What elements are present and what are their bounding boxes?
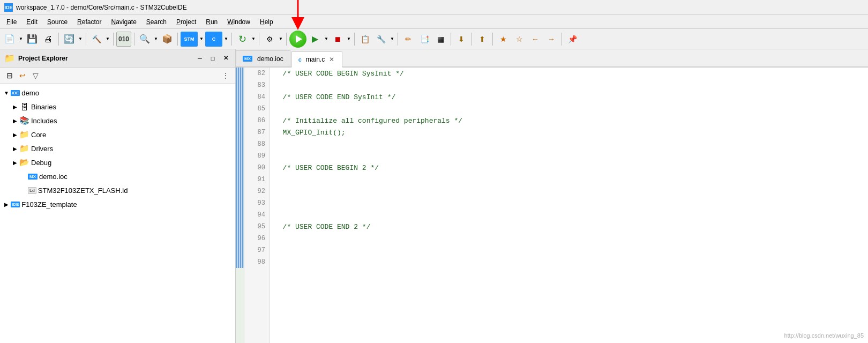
expand-arrow-binaries: ▶ xyxy=(11,102,19,111)
stm-dropdown[interactable]: ▼ xyxy=(199,32,204,47)
drivers-icon: 📁 xyxy=(19,144,29,153)
prev-edit-button[interactable]: ★ xyxy=(496,32,511,47)
separator-2 xyxy=(86,33,86,46)
cube-button[interactable]: C xyxy=(205,32,222,47)
collapse-button[interactable]: ⬇ xyxy=(454,32,469,47)
edit-button[interactable]: ✏ xyxy=(401,32,416,47)
run-ext-dropdown[interactable]: ▼ xyxy=(324,32,329,47)
tree-label-demo: demo xyxy=(21,89,39,97)
tree-label-binaries: Binaries xyxy=(31,103,56,111)
tree-item-f103ze[interactable]: ▶ IDE F103ZE_template xyxy=(0,197,235,211)
tree-item-debug[interactable]: ▶ 📂 Debug xyxy=(0,155,235,169)
next-edit-button[interactable]: ☆ xyxy=(512,32,527,47)
window-title: workspace_1.7.0 - demo/Core/Src/main.c -… xyxy=(16,4,187,11)
save-button[interactable]: 💾 xyxy=(25,32,40,47)
line-num-94: 94 xyxy=(244,209,270,221)
code-content[interactable]: /* USER CODE BEGIN SysInit */ /* USER CO… xyxy=(270,68,868,343)
separator-8 xyxy=(286,33,287,46)
open-perspective-button[interactable]: 📋 xyxy=(357,32,372,47)
separator-10 xyxy=(398,33,398,46)
project-toolbar: ⊟ ↩ ▽ ⋮ xyxy=(0,68,235,84)
code-line-83 xyxy=(274,79,868,91)
separator-11 xyxy=(451,33,451,46)
expand-button[interactable]: ⬆ xyxy=(475,32,490,47)
collapse-all-button[interactable]: ⊟ xyxy=(4,70,15,81)
menu-refactor[interactable]: Refactor xyxy=(73,17,106,27)
maximize-panel-button[interactable]: □ xyxy=(207,53,218,64)
tab-bar: MX demo.ioc c main.c ✕ xyxy=(236,49,868,68)
refresh2-button[interactable]: ↻ xyxy=(235,32,250,47)
debug-config-button[interactable]: ⚙ xyxy=(262,32,277,47)
menu-window[interactable]: Window xyxy=(223,17,255,27)
tab-close-button[interactable]: ✕ xyxy=(328,56,335,63)
menu-navigate[interactable]: Navigate xyxy=(107,17,140,27)
forward-button[interactable]: → xyxy=(544,32,559,47)
stop-dropdown[interactable]: ▼ xyxy=(346,32,351,47)
copy-button[interactable]: 📑 xyxy=(417,32,432,47)
debug-config-dropdown[interactable]: ▼ xyxy=(278,32,283,47)
new-button[interactable]: 📄 xyxy=(2,32,17,47)
build-dropdown[interactable]: ▼ xyxy=(105,32,110,47)
stop-button[interactable]: ⏹ xyxy=(330,32,345,47)
line-num-96: 96 xyxy=(244,233,270,244)
bp-cell-95 xyxy=(236,221,244,233)
view-menu-button[interactable]: ⋮ xyxy=(220,70,231,81)
link-editor-button[interactable]: ↩ xyxy=(17,70,28,81)
line-num-91: 91 xyxy=(244,174,270,185)
new-dropdown[interactable]: ▼ xyxy=(18,32,24,47)
filter-button[interactable]: ▽ xyxy=(30,70,41,81)
menu-run[interactable]: Run xyxy=(201,17,222,27)
menu-help[interactable]: Help xyxy=(256,17,278,27)
tree-item-flash-ld[interactable]: ▶ Ld STM32F103ZETX_FLASH.ld xyxy=(0,183,235,197)
tree-item-demo-ioc[interactable]: ▶ MX demo.ioc xyxy=(0,169,235,183)
menu-source[interactable]: Source xyxy=(43,17,72,27)
tree-item-drivers[interactable]: ▶ 📁 Drivers xyxy=(0,141,235,155)
code-line-88 xyxy=(274,138,868,150)
tab-demo-ioc[interactable]: MX demo.ioc xyxy=(236,50,290,66)
binary-button[interactable]: 010 xyxy=(116,32,131,47)
line-num-97: 97 xyxy=(244,244,270,256)
refresh2-dropdown[interactable]: ▼ xyxy=(251,32,256,47)
separator-4 xyxy=(134,33,134,46)
package-button[interactable]: 📦 xyxy=(160,32,175,47)
tree-item-core[interactable]: ▶ 📁 Core xyxy=(0,128,235,141)
back-button[interactable]: ← xyxy=(528,32,543,47)
menu-search[interactable]: Search xyxy=(142,17,171,27)
pin-button[interactable]: 📌 xyxy=(565,32,580,47)
line-num-86: 86 xyxy=(244,115,270,126)
refresh-button[interactable]: 🔄 xyxy=(62,32,77,47)
stm32-button[interactable]: STM xyxy=(181,32,198,47)
tab-demo-ioc-label: demo.ioc xyxy=(257,55,283,63)
close-panel-button[interactable]: ✕ xyxy=(220,53,231,64)
tree-item-demo[interactable]: ▼ IDE demo xyxy=(0,86,235,100)
bp-cell-91 xyxy=(236,174,244,185)
perspective-button[interactable]: 🔧 xyxy=(373,32,388,47)
project-tree: ▼ IDE demo ▶ 🗄 Binaries ▶ 📚 Includes ▶ 📁… xyxy=(0,84,235,343)
tab-main-c[interactable]: c main.c ✕ xyxy=(291,51,342,68)
minimize-panel-button[interactable]: ─ xyxy=(194,53,205,64)
line-num-93: 93 xyxy=(244,197,270,209)
menu-edit[interactable]: Edit xyxy=(22,17,42,27)
menu-file[interactable]: File xyxy=(2,17,21,27)
print-button[interactable]: 🖨 xyxy=(41,32,56,47)
perspective-dropdown[interactable]: ▼ xyxy=(390,32,395,47)
menu-project[interactable]: Project xyxy=(172,17,200,27)
includes-icon: 📚 xyxy=(19,116,29,125)
search-button[interactable]: 🔍 xyxy=(137,32,152,47)
core-icon: 📁 xyxy=(19,130,29,139)
layout-button[interactable]: ▦ xyxy=(433,32,448,47)
cube-dropdown[interactable]: ▼ xyxy=(223,32,229,47)
tree-item-binaries[interactable]: ▶ 🗄 Binaries xyxy=(0,100,235,114)
bp-cell-92 xyxy=(236,185,244,197)
build-button[interactable]: 🔨 xyxy=(89,32,104,47)
run-button[interactable] xyxy=(289,31,306,48)
refresh-dropdown[interactable]: ▼ xyxy=(78,32,83,47)
tree-item-includes[interactable]: ▶ 📚 Includes xyxy=(0,114,235,128)
search-dropdown[interactable]: ▼ xyxy=(153,32,159,47)
line-num-83: 83 xyxy=(244,79,270,91)
expand-arrow-debug: ▶ xyxy=(11,158,19,167)
code-editor[interactable]: 82 83 84 85 86 87 88 89 90 91 92 93 94 9… xyxy=(236,68,868,343)
run-ext-button[interactable]: ▶ xyxy=(308,32,323,47)
bp-cell-84 xyxy=(236,91,244,103)
line-num-89: 89 xyxy=(244,150,270,162)
